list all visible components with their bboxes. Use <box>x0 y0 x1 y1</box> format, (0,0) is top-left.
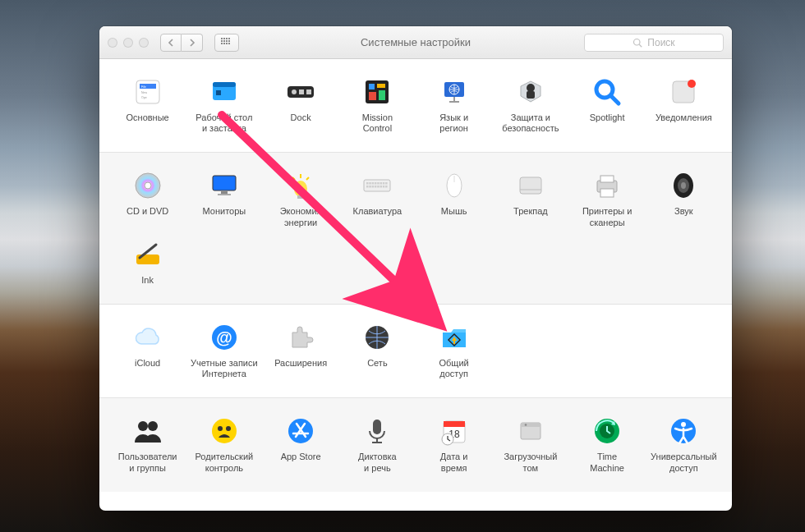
dictation-icon <box>361 415 393 447</box>
pref-label: CD и DVD <box>126 206 168 217</box>
svg-rect-45 <box>366 186 369 188</box>
pref-timemachine[interactable]: Time Machine <box>569 411 646 476</box>
pref-label: Dock <box>291 112 311 123</box>
svg-point-69 <box>138 421 148 431</box>
pref-users[interactable]: Пользователи и группы <box>109 411 186 476</box>
pref-mission[interactable]: Mission Control <box>339 72 416 137</box>
svg-rect-18 <box>379 90 385 100</box>
svg-rect-8 <box>213 82 236 87</box>
pref-general[interactable]: FileNewOpeОсновные <box>109 72 186 137</box>
pref-label: Общий доступ <box>439 358 469 379</box>
pref-dictation[interactable]: Диктовка и речь <box>339 411 416 476</box>
system-preferences-window: Системные настройки Поиск FileNewOpeОсно… <box>99 26 732 511</box>
svg-text:New: New <box>141 91 147 94</box>
pref-label: Дата и время <box>440 452 468 473</box>
pref-icloud[interactable]: iCloud <box>109 318 186 383</box>
pref-cddvd[interactable]: CD и DVD <box>109 166 186 231</box>
pref-mouse[interactable]: Мышь <box>416 166 492 231</box>
svg-rect-13 <box>306 89 311 94</box>
mouse-icon <box>438 169 471 202</box>
pref-dock[interactable]: Dock <box>263 72 339 137</box>
svg-rect-37 <box>366 182 369 185</box>
grid-icon <box>221 38 232 48</box>
pref-datetime[interactable]: 18Дата и время <box>416 411 492 476</box>
internet-icon: @ <box>208 321 241 354</box>
spotlight-icon <box>591 76 623 108</box>
pref-network[interactable]: Сеть <box>339 318 416 383</box>
pref-label: Пользователи и группы <box>118 452 177 473</box>
close-button[interactable] <box>108 38 117 48</box>
pref-spotlight[interactable]: Spotlight <box>569 72 646 137</box>
pref-label: Трекпад <box>513 206 548 217</box>
pref-notifications[interactable]: Уведомления <box>646 72 722 137</box>
pref-label: Экономия энергии <box>280 206 322 227</box>
pref-displays[interactable]: Мониторы <box>186 166 262 231</box>
back-button[interactable] <box>160 34 182 52</box>
pref-section-1: CD и DVDМониторыЭкономия энергииКлавиату… <box>99 152 732 304</box>
svg-point-11 <box>292 89 297 94</box>
pref-desktop[interactable]: Рабочий стол и заставка <box>186 72 262 137</box>
accessibility-icon <box>667 415 700 447</box>
svg-rect-49 <box>378 186 380 188</box>
cddvd-icon <box>131 169 164 202</box>
nav-back-forward <box>160 34 203 52</box>
parental-icon <box>208 415 241 447</box>
pref-lang[interactable]: Язык и регион <box>416 72 492 137</box>
svg-rect-43 <box>383 182 385 185</box>
pref-ink[interactable]: Ink <box>109 235 186 289</box>
ink-icon <box>131 238 164 271</box>
svg-rect-48 <box>375 186 377 188</box>
appstore-icon <box>284 415 317 447</box>
pref-sound[interactable]: Звук <box>646 166 722 231</box>
pref-appstore[interactable]: App Store <box>263 411 339 476</box>
pref-label: Уведомления <box>656 112 712 123</box>
svg-rect-35 <box>297 195 304 199</box>
pref-security[interactable]: Защита и безопасность <box>492 72 568 137</box>
pref-label: Time Machine <box>590 452 624 473</box>
displays-icon <box>208 169 241 202</box>
svg-point-84 <box>525 424 527 427</box>
preferences-body: FileNewOpeОсновныеРабочий стол и заставк… <box>99 59 732 511</box>
pref-startup[interactable]: Загрузочный том <box>492 411 568 476</box>
svg-point-71 <box>212 419 237 443</box>
pref-parental[interactable]: Родительский контроль <box>186 411 262 476</box>
svg-rect-44 <box>385 182 388 185</box>
zoom-button[interactable] <box>139 38 149 48</box>
search-placeholder: Поиск <box>647 37 674 48</box>
svg-rect-42 <box>380 182 383 185</box>
svg-rect-52 <box>385 186 388 188</box>
svg-rect-17 <box>369 92 376 100</box>
svg-rect-51 <box>383 186 385 188</box>
pref-printers[interactable]: Принтеры и сканеры <box>569 166 646 231</box>
keyboard-icon <box>361 169 393 202</box>
svg-rect-15 <box>369 84 375 89</box>
show-all-button[interactable] <box>214 34 239 52</box>
pref-label: Защита и безопасность <box>502 112 559 134</box>
svg-text:Ope: Ope <box>141 96 147 99</box>
search-field[interactable]: Поиск <box>584 34 724 52</box>
pref-keyboard[interactable]: Клавиатура <box>339 166 416 231</box>
pref-label: Рабочий стол и заставка <box>196 112 252 134</box>
svg-rect-24 <box>527 91 535 99</box>
pref-extensions[interactable]: Расширения <box>263 318 339 383</box>
svg-rect-47 <box>372 186 375 188</box>
pref-sharing[interactable]: Общий доступ <box>416 318 492 383</box>
svg-rect-38 <box>370 182 372 185</box>
pref-accessibility[interactable]: Универсальный доступ <box>646 411 722 476</box>
svg-rect-12 <box>299 89 304 94</box>
pref-internet[interactable]: @Учетные записи Интернета <box>186 318 262 383</box>
pref-label: Основные <box>126 112 169 123</box>
svg-rect-22 <box>449 101 459 103</box>
svg-point-28 <box>688 80 696 88</box>
svg-point-34 <box>294 181 307 197</box>
titlebar: Системные настройки Поиск <box>99 26 732 59</box>
forward-button[interactable] <box>182 34 203 52</box>
users-icon <box>131 415 164 447</box>
pref-trackpad[interactable]: Трекпад <box>492 166 568 231</box>
pref-energy[interactable]: Экономия энергии <box>263 166 339 231</box>
minimize-button[interactable] <box>123 38 133 48</box>
svg-rect-75 <box>373 420 381 434</box>
notifications-icon <box>667 76 700 108</box>
svg-rect-9 <box>216 90 221 95</box>
svg-text:File: File <box>141 85 146 89</box>
